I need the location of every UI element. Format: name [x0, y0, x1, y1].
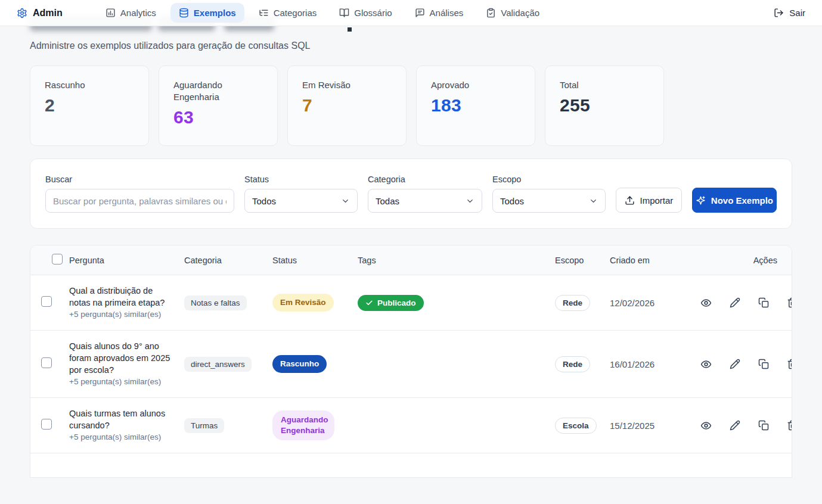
- duplicate-button[interactable]: [758, 359, 769, 370]
- edit-button[interactable]: [730, 420, 740, 431]
- edit-button[interactable]: [730, 359, 740, 370]
- category-badge: Notas e faltas: [184, 295, 247, 310]
- import-button[interactable]: Importar: [616, 188, 682, 213]
- delete-button[interactable]: [787, 297, 792, 309]
- view-button[interactable]: [700, 420, 712, 431]
- top-nav: Admin Analytics Exemplos Categorias Glos…: [0, 0, 822, 26]
- column-header-acoes: Ações: [700, 256, 792, 265]
- column-header-tags: Tags: [347, 256, 544, 265]
- view-button[interactable]: [700, 359, 712, 370]
- logout-icon: [774, 8, 784, 18]
- created-date: 15/12/2025: [599, 421, 700, 431]
- stat-value: 63: [173, 107, 263, 127]
- eye-icon: [700, 297, 712, 309]
- duplicate-button[interactable]: [758, 420, 769, 431]
- page-subtitle: Administre os exemplos utilizados para g…: [30, 26, 792, 51]
- row-actions: [700, 420, 792, 431]
- logout-label: Sair: [789, 8, 805, 18]
- similar-questions-count: +5 pergunta(s) similar(es): [69, 309, 173, 321]
- view-button[interactable]: [700, 297, 712, 309]
- nav-item-label: Categorias: [274, 8, 317, 18]
- category-badge: direct_answers: [184, 357, 252, 372]
- nav-item-categorias[interactable]: Categorias: [250, 3, 325, 23]
- status-badge: Aguardando Engenharia: [272, 410, 334, 440]
- column-header-escopo: Escopo: [544, 256, 599, 265]
- copy-icon: [758, 420, 769, 431]
- stat-label: Aguardando Engenharia: [173, 79, 263, 103]
- trash-icon: [787, 420, 792, 431]
- pencil-icon: [730, 359, 740, 369]
- nav-item-glossario[interactable]: Glossário: [331, 3, 400, 23]
- nav-item-label: Exemplos: [194, 8, 236, 18]
- stat-label: Aprovado: [431, 79, 520, 91]
- trash-icon: [787, 297, 792, 308]
- nav-item-validacao[interactable]: Validação: [477, 3, 548, 23]
- delete-button[interactable]: [787, 420, 792, 431]
- scope-badge: Rede: [555, 295, 590, 311]
- app-brand: Admin: [17, 8, 63, 18]
- database-icon: [179, 8, 189, 18]
- chevron-down-icon: [589, 197, 598, 206]
- tag-published-badge: Publicado: [358, 295, 424, 311]
- category-select[interactable]: Todas: [368, 189, 482, 213]
- column-header-pergunta: Pergunta: [58, 256, 173, 265]
- stat-value: 2: [45, 95, 134, 116]
- delete-button[interactable]: [787, 359, 792, 370]
- column-header-categoria: Categoria: [173, 256, 262, 265]
- stat-label: Total: [560, 79, 649, 91]
- gear-icon: [17, 8, 27, 18]
- edit-button[interactable]: [730, 297, 740, 309]
- new-example-button[interactable]: Novo Exemplo: [692, 188, 777, 213]
- chevron-down-icon: [466, 197, 474, 206]
- row-checkbox[interactable]: [41, 419, 52, 430]
- eye-icon: [700, 420, 712, 431]
- status-select[interactable]: Todos: [244, 189, 358, 213]
- nav-item-exemplos[interactable]: Exemplos: [170, 3, 244, 23]
- status-field-group: Status Todos: [244, 175, 358, 213]
- stat-card: Aprovado 183: [416, 66, 535, 146]
- message-icon: [415, 8, 425, 18]
- eye-icon: [700, 359, 712, 370]
- table-row: Quais turmas tem alunos cursando? +5 per…: [30, 398, 792, 453]
- row-checkbox[interactable]: [41, 357, 52, 368]
- upload-icon: [625, 195, 635, 206]
- examples-table: Pergunta Categoria Status Tags Escopo Cr…: [30, 245, 792, 478]
- nav-item-label: Analytics: [120, 8, 156, 18]
- similar-questions-count: +5 pergunta(s) similar(es): [69, 431, 173, 443]
- scope-badge: Escola: [555, 418, 597, 434]
- filter-panel: Buscar Status Todos Categoria Todas Esco…: [30, 158, 792, 229]
- column-header-criado-em: Criado em: [599, 256, 700, 265]
- created-date: 12/02/2026: [599, 298, 700, 308]
- nav-item-analises[interactable]: Análises: [407, 3, 472, 23]
- row-checkbox[interactable]: [41, 296, 52, 307]
- search-input[interactable]: [45, 189, 234, 213]
- brand-label: Admin: [33, 8, 63, 18]
- category-badge: Turmas: [184, 418, 224, 433]
- stat-card: Total 255: [545, 66, 664, 146]
- nav-item-label: Glossário: [354, 8, 392, 18]
- duplicate-button[interactable]: [758, 297, 769, 309]
- status-badge: Rascunho: [272, 355, 327, 373]
- similar-questions-count: +5 pergunta(s) similar(es): [69, 376, 173, 388]
- scope-select[interactable]: Todos: [492, 189, 606, 213]
- stat-label: Em Revisão: [302, 79, 392, 91]
- status-label: Status: [244, 175, 358, 184]
- table-header-row: Pergunta Categoria Status Tags Escopo Cr…: [30, 245, 792, 275]
- nav-item-label: Análises: [430, 8, 464, 18]
- stat-value: 255: [560, 95, 649, 116]
- table-body: Qual a distribuição de notas na primeira…: [30, 275, 792, 453]
- table-row: Quais alunos do 9° ano foram aprovados e…: [30, 331, 792, 398]
- scope-label: Escopo: [492, 175, 606, 184]
- question-cell: Quais alunos do 9° ano foram aprovados e…: [58, 340, 173, 388]
- nav-item-label: Validação: [501, 8, 539, 18]
- column-header-status: Status: [262, 256, 347, 265]
- copy-icon: [758, 297, 769, 308]
- stat-value: 183: [431, 95, 520, 116]
- bar-chart-icon: [106, 8, 116, 18]
- import-label: Importar: [640, 195, 674, 206]
- logout-button[interactable]: Sair: [774, 8, 805, 18]
- nav-item-analytics[interactable]: Analytics: [97, 3, 165, 23]
- check-icon: [365, 299, 373, 307]
- stat-card: Rascunho 2: [30, 66, 149, 146]
- category-field-group: Categoria Todas: [368, 175, 482, 213]
